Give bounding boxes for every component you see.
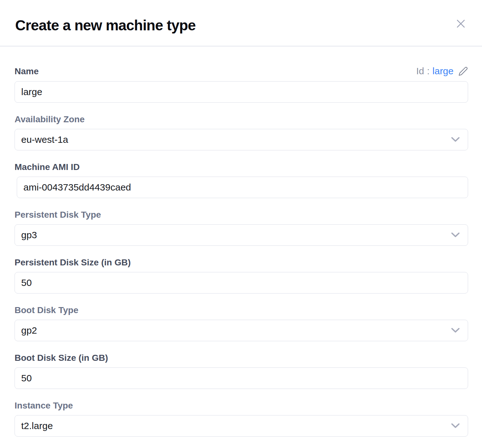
persistent-disk-type-row: Persistent Disk Type gp3	[15, 210, 468, 246]
name-label: Name	[15, 67, 39, 76]
chevron-down-icon	[451, 137, 460, 142]
machine-ami-id-row: Machine AMI ID	[15, 162, 468, 198]
persistent-disk-size-row: Persistent Disk Size (in GB)	[15, 258, 468, 294]
boot-disk-size-row: Boot Disk Size (in GB)	[15, 353, 468, 389]
machine-ami-id-label: Machine AMI ID	[15, 162, 468, 172]
availability-zone-row: Availability Zone eu-west-1a	[15, 115, 468, 150]
id-separator: :	[427, 66, 429, 76]
boot-disk-type-select[interactable]: gp2	[15, 320, 468, 341]
persistent-disk-type-value: gp3	[21, 230, 37, 240]
availability-zone-label: Availability Zone	[15, 115, 468, 124]
machine-ami-id-field[interactable]	[17, 177, 468, 198]
instance-type-row: Instance Type t2.large	[15, 401, 468, 437]
instance-type-select[interactable]: t2.large	[15, 415, 468, 437]
availability-zone-select[interactable]: eu-west-1a	[15, 129, 468, 150]
boot-disk-type-label: Boot Disk Type	[15, 306, 468, 315]
chevron-down-icon	[451, 232, 460, 238]
chevron-down-icon	[451, 423, 460, 429]
boot-disk-size-field[interactable]	[15, 367, 468, 389]
boot-disk-size-label: Boot Disk Size (in GB)	[15, 353, 468, 363]
boot-disk-type-value: gp2	[21, 325, 37, 336]
persistent-disk-type-label: Persistent Disk Type	[15, 210, 468, 220]
pencil-icon[interactable]	[456, 66, 468, 76]
close-icon[interactable]	[454, 17, 467, 30]
id-value: large	[432, 66, 454, 76]
instance-type-value: t2.large	[21, 421, 53, 431]
persistent-disk-size-field[interactable]	[15, 272, 468, 294]
availability-zone-value: eu-west-1a	[21, 134, 68, 145]
modal-header: Create a new machine type	[0, 0, 482, 46]
chevron-down-icon	[451, 328, 460, 333]
name-row: Name Id : large	[15, 66, 468, 103]
machine-id-display: Id : large	[416, 66, 468, 76]
persistent-disk-type-select[interactable]: gp3	[15, 224, 468, 246]
create-machine-type-modal: Create a new machine type Name Id : larg…	[0, 0, 482, 448]
persistent-disk-size-label: Persistent Disk Size (in GB)	[15, 258, 468, 267]
name-field[interactable]	[15, 81, 468, 103]
page-title: Create a new machine type	[15, 17, 196, 34]
instance-type-label: Instance Type	[15, 401, 468, 410]
machine-type-form: Name Id : large Availability Zone eu-w	[0, 46, 482, 448]
boot-disk-type-row: Boot Disk Type gp2	[15, 306, 468, 341]
id-label: Id	[416, 66, 424, 76]
